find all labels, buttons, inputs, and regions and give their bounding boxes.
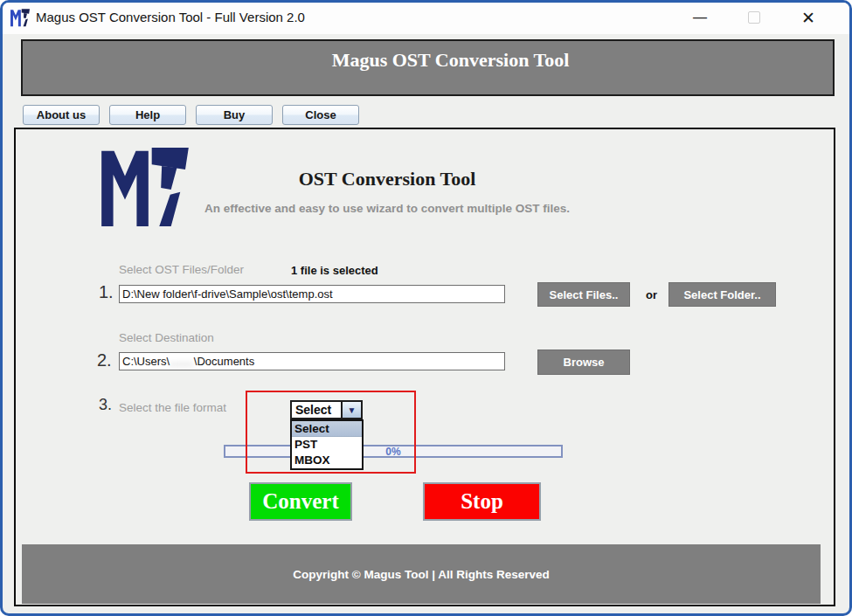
about-us-button[interactable]: About us: [23, 105, 100, 125]
destination-path-input[interactable]: C:\Users\......\Documents: [119, 352, 505, 370]
nav-button-row: About us Help Buy Close: [23, 105, 359, 125]
banner-title: Magus OST Conversion Tool: [23, 41, 833, 72]
destination-path-suffix: \Documents: [194, 355, 254, 368]
app-logo-icon: [10, 9, 30, 27]
file-selected-status: 1 file is selected: [291, 264, 378, 277]
combobox-value: Select: [292, 402, 341, 418]
minimize-button[interactable]: —: [682, 3, 717, 32]
maximize-button[interactable]: [737, 3, 772, 32]
page-title: OST Conversion Tool: [160, 168, 614, 190]
header-banner: Magus OST Conversion Tool: [21, 39, 835, 96]
copyright-text: Copyright © Magus Tool | All Rights Rese…: [293, 568, 550, 581]
step2-number: 2.: [97, 350, 112, 370]
destination-path-prefix: C:\Users\: [122, 355, 170, 368]
close-button[interactable]: ✕: [791, 3, 826, 32]
convert-button[interactable]: Convert: [249, 482, 352, 521]
dropdown-option-pst[interactable]: PST: [292, 437, 362, 453]
minimize-icon: —: [693, 10, 707, 25]
file-format-label: Select the file format: [119, 401, 226, 414]
app-window: Magus OST Conversion Tool - Full Version…: [0, 0, 852, 616]
file-format-combobox[interactable]: Select ▼: [290, 400, 363, 419]
select-ost-label: Select OST Files/Folder: [119, 263, 244, 276]
close-nav-button[interactable]: Close: [282, 105, 359, 125]
stop-button[interactable]: Stop: [423, 482, 541, 521]
buy-button[interactable]: Buy: [196, 105, 273, 125]
page-subtitle: An effective and easy to use wizard to c…: [134, 202, 641, 215]
destination-path-redacted: ......: [170, 355, 194, 368]
file-format-dropdown-list: Select PST MBOX: [290, 419, 364, 470]
titlebar[interactable]: Magus OST Conversion Tool - Full Version…: [3, 3, 849, 34]
browse-button[interactable]: Browse: [537, 350, 630, 375]
or-label: or: [646, 288, 657, 301]
ost-path-value: D:\New folder\f-drive\Sample\ost\temp.os…: [122, 287, 333, 301]
select-folder-button[interactable]: Select Folder..: [668, 282, 776, 307]
dropdown-option-select[interactable]: Select: [292, 421, 362, 437]
select-files-button[interactable]: Select Files..: [537, 282, 630, 307]
step3-number: 3.: [99, 396, 112, 414]
ost-path-input[interactable]: D:\New folder\f-drive\Sample\ost\temp.os…: [119, 285, 505, 303]
combobox-arrow-button[interactable]: ▼: [341, 402, 361, 418]
help-button[interactable]: Help: [109, 105, 186, 125]
select-destination-label: Select Destination: [119, 331, 214, 344]
close-icon: ✕: [801, 8, 815, 28]
maximize-icon: [748, 11, 760, 24]
footer-bar: Copyright © Magus Tool | All Rights Rese…: [22, 544, 821, 604]
window-title: Magus OST Conversion Tool - Full Version…: [36, 10, 305, 24]
step1-number: 1.: [99, 282, 114, 302]
chevron-down-icon: ▼: [348, 405, 357, 415]
dropdown-option-mbox[interactable]: MBOX: [292, 453, 362, 468]
